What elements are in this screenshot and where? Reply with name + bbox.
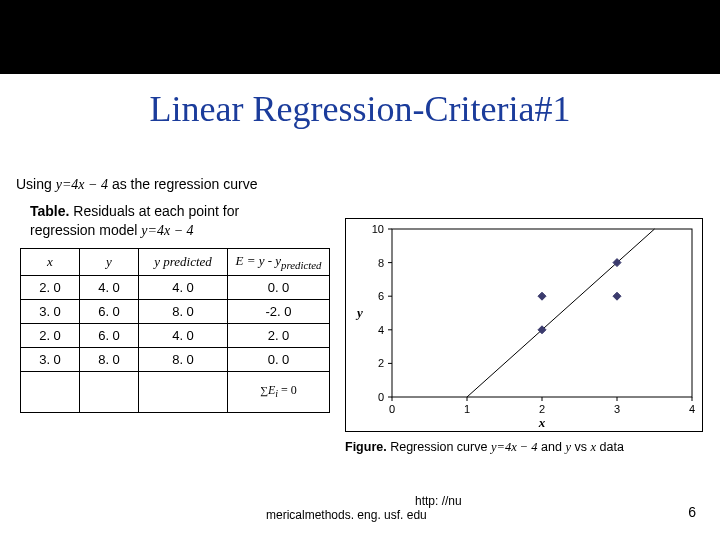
chart: 012340246810xy (345, 218, 703, 432)
using-line: Using y=4x − 4 as the regression curve (16, 176, 257, 193)
sum-residuals: ∑Ei = 0 (228, 371, 330, 412)
svg-text:4: 4 (378, 324, 384, 336)
figure-caption-text1: Regression curve (390, 440, 487, 454)
table-row: 3. 0 6. 0 8. 0 -2. 0 (21, 299, 330, 323)
svg-text:y: y (355, 305, 363, 320)
cell: 3. 0 (21, 299, 80, 323)
cell: 6. 0 (80, 299, 139, 323)
cell: 8. 0 (80, 347, 139, 371)
cell: -2. 0 (228, 299, 330, 323)
cell: 0. 0 (228, 275, 330, 299)
cell: 4. 0 (80, 275, 139, 299)
using-prefix: Using (16, 176, 52, 192)
page-number: 6 (688, 504, 696, 520)
slide: Linear Regression-Criteria#1 Using y=4x … (0, 0, 720, 540)
cell: 6. 0 (80, 323, 139, 347)
using-equation: y=4x − 4 (56, 177, 108, 192)
table-row: 2. 0 6. 0 4. 0 2. 0 (21, 323, 330, 347)
cell: 3. 0 (21, 347, 80, 371)
table-sum-row: ∑Ei = 0 (21, 371, 330, 412)
residuals-table: x y y predicted E = y - ypredicted 2. 0 … (20, 248, 330, 413)
col-err-suffix: predicted (281, 259, 322, 271)
col-y: y (106, 254, 112, 269)
col-x: x (47, 254, 53, 269)
table-row: 2. 0 4. 0 4. 0 0. 0 (21, 275, 330, 299)
svg-text:2: 2 (378, 357, 384, 369)
svg-text:1: 1 (464, 403, 470, 415)
svg-text:4: 4 (689, 403, 695, 415)
svg-text:0: 0 (378, 391, 384, 403)
cell: 8. 0 (139, 299, 228, 323)
chart-svg: 012340246810xy (346, 219, 702, 431)
cell: 4. 0 (139, 323, 228, 347)
svg-text:6: 6 (378, 290, 384, 302)
top-black-band (0, 0, 720, 74)
svg-text:10: 10 (372, 223, 384, 235)
cell: 2. 0 (21, 275, 80, 299)
table-caption: Table. Residuals at each point for regre… (30, 202, 290, 241)
svg-marker-27 (613, 292, 621, 300)
using-suffix: as the regression curve (112, 176, 258, 192)
cell: 8. 0 (139, 347, 228, 371)
table-caption-eq: y=4x − 4 (141, 223, 193, 238)
figure-caption-label: Figure. (345, 440, 387, 454)
svg-text:2: 2 (539, 403, 545, 415)
table-caption-label: Table. (30, 203, 69, 219)
svg-text:0: 0 (389, 403, 395, 415)
svg-line-25 (467, 229, 655, 397)
figure-caption: Figure. Regression curve y=4x − 4 and y … (345, 440, 705, 455)
footer-url-bottom: mericalmethods. eng. usf. edu (266, 508, 427, 522)
col-ypred: y predicted (154, 254, 212, 269)
table-header-row: x y y predicted E = y - ypredicted (21, 249, 330, 276)
cell: 2. 0 (21, 323, 80, 347)
svg-text:8: 8 (378, 257, 384, 269)
slide-title: Linear Regression-Criteria#1 (0, 88, 720, 130)
svg-marker-28 (538, 292, 546, 300)
figure-caption-text2: and y vs x data (541, 440, 624, 454)
svg-text:x: x (538, 415, 546, 430)
cell: 4. 0 (139, 275, 228, 299)
col-err-prefix: E = y - y (235, 253, 281, 268)
cell: 0. 0 (228, 347, 330, 371)
cell: 2. 0 (228, 323, 330, 347)
footer-url-top: http: //nu (415, 494, 462, 508)
svg-text:3: 3 (614, 403, 620, 415)
figure-caption-eq: y=4x − 4 (491, 440, 538, 454)
svg-rect-0 (392, 229, 692, 397)
table-row: 3. 0 8. 0 8. 0 0. 0 (21, 347, 330, 371)
